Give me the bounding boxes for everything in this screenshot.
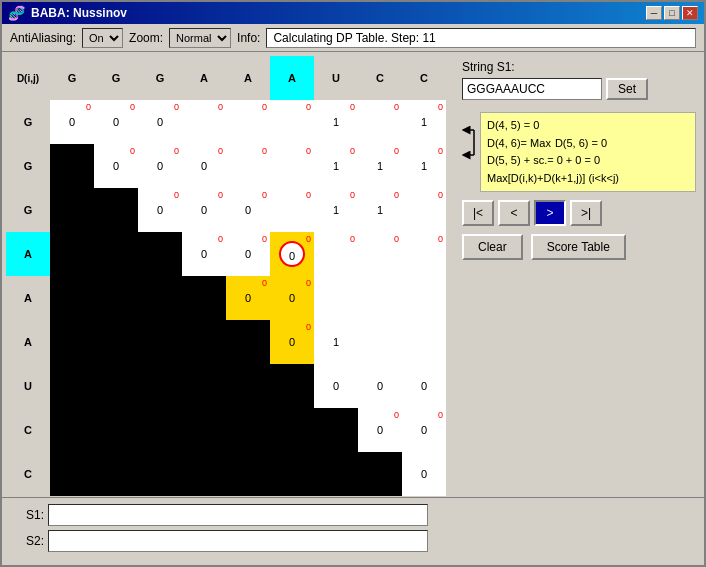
cell-8-black-7 — [358, 452, 402, 496]
cell-7-black-0 — [50, 408, 94, 452]
zoom-label: Zoom: — [129, 31, 163, 45]
bottom-row-s1: S1: — [14, 504, 692, 526]
s2-label: S2: — [14, 534, 44, 548]
cell-2-3: 00 — [182, 188, 226, 232]
cell-8-black-3 — [182, 452, 226, 496]
left-panel: D(i,j) G G G A A A U C C G 00 — [2, 52, 454, 497]
cell-6-black-3 — [182, 364, 226, 408]
cell-3-black-2 — [138, 232, 182, 276]
cell-0-2: 00 — [138, 100, 182, 144]
bottom-panel: S1: S2: — [2, 497, 704, 565]
cell-7-7: 00 — [358, 408, 402, 452]
cell-8-black-0 — [50, 452, 94, 496]
dp-matrix: D(i,j) G G G A A A U C C G 00 — [6, 56, 446, 496]
cell-5-black-3 — [182, 320, 226, 364]
string-input[interactable] — [462, 78, 602, 100]
cell-1-3: 00 — [182, 144, 226, 188]
row-header-0: G — [6, 100, 50, 144]
cell-0-3: 0 — [182, 100, 226, 144]
nav-first-button[interactable]: |< — [462, 200, 494, 226]
antialiasing-select[interactable]: On Off — [82, 28, 123, 48]
nav-prev-button[interactable]: < — [498, 200, 530, 226]
col-header-0: G — [50, 56, 94, 100]
cell-4-8 — [402, 276, 446, 320]
cell-7-black-6 — [314, 408, 358, 452]
cell-0-8: 01 — [402, 100, 446, 144]
annotation-line1: D(4, 5) = 0 — [487, 117, 689, 135]
cell-7-black-3 — [182, 408, 226, 452]
score-table-button[interactable]: Score Table — [531, 234, 626, 260]
cell-0-6: 01 — [314, 100, 358, 144]
corner-cell: D(i,j) — [6, 56, 50, 100]
col-header-2: G — [138, 56, 182, 100]
nav-next-button[interactable]: > — [534, 200, 566, 226]
cell-7-8: 00 — [402, 408, 446, 452]
cell-1-1: 00 — [94, 144, 138, 188]
cell-2-4: 00 — [226, 188, 270, 232]
row-5: A 00 1 — [6, 320, 446, 364]
title-bar-controls: ─ □ ✕ — [646, 6, 698, 20]
cell-6-6: 0 — [314, 364, 358, 408]
zoom-select[interactable]: Normal 2x 0.5x — [169, 28, 231, 48]
minimize-button[interactable]: ─ — [646, 6, 662, 20]
toolbar: AntiAliasing: On Off Zoom: Normal 2x 0.5… — [2, 24, 704, 52]
cell-0-5: 0 — [270, 100, 314, 144]
window-title: BABA: Nussinov — [31, 6, 127, 20]
cell-2-black-1 — [94, 188, 138, 232]
cell-5-5: 00 — [270, 320, 314, 364]
row-7: C 00 00 — [6, 408, 446, 452]
col-header-7: C — [358, 56, 402, 100]
cell-1-2: 00 — [138, 144, 182, 188]
row-header-3-highlighted: A — [6, 232, 50, 276]
cell-6-black-0 — [50, 364, 94, 408]
main-content: D(i,j) G G G A A A U C C G 00 — [2, 52, 704, 497]
cell-8-black-6 — [314, 452, 358, 496]
cell-7-black-1 — [94, 408, 138, 452]
cell-4-4: 00 — [226, 276, 270, 320]
cell-7-black-2 — [138, 408, 182, 452]
s2-input[interactable] — [48, 530, 428, 552]
cell-0-1: 00 — [94, 100, 138, 144]
cell-3-black-0 — [50, 232, 94, 276]
cell-3-6: 0 — [314, 232, 358, 276]
cell-3-8: 0 — [402, 232, 446, 276]
cell-2-6: 01 — [314, 188, 358, 232]
cell-2-7: 01 — [358, 188, 402, 232]
nav-last-button[interactable]: >| — [570, 200, 602, 226]
header-row: D(i,j) G G G A A A U C C — [6, 56, 446, 100]
cell-8-black-2 — [138, 452, 182, 496]
cell-1-4: 0 — [226, 144, 270, 188]
cell-2-black-0 — [50, 188, 94, 232]
s1-label: S1: — [14, 508, 44, 522]
cell-7-black-5 — [270, 408, 314, 452]
row-header-8: C — [6, 452, 50, 496]
cell-1-5: 0 — [270, 144, 314, 188]
cell-5-6: 1 — [314, 320, 358, 364]
clear-button[interactable]: Clear — [462, 234, 523, 260]
title-bar: 🧬 BABA: Nussinov ─ □ ✕ — [2, 2, 704, 24]
string-section: String S1: Set — [462, 60, 696, 100]
action-buttons: Clear Score Table — [462, 234, 696, 260]
row-header-7: C — [6, 408, 50, 452]
set-button[interactable]: Set — [606, 78, 648, 100]
cell-4-black-1 — [94, 276, 138, 320]
cell-4-7 — [358, 276, 402, 320]
cell-5-black-1 — [94, 320, 138, 364]
cell-2-5: 0 — [270, 188, 314, 232]
cell-5-7 — [358, 320, 402, 364]
string-input-row: Set — [462, 78, 696, 100]
cell-3-5-circle: 0 0 — [270, 232, 314, 276]
cell-2-8: 0 — [402, 188, 446, 232]
cell-4-6 — [314, 276, 358, 320]
cell-4-black-0 — [50, 276, 94, 320]
cell-6-black-5 — [270, 364, 314, 408]
cell-1-6: 01 — [314, 144, 358, 188]
row-2: G 00 00 00 0 01 01 0 — [6, 188, 446, 232]
annotation-box: D(4, 5) = 0 D(4, 6)= Max D(5, 6) = 0 D(5… — [480, 112, 696, 192]
maximize-button[interactable]: □ — [664, 6, 680, 20]
cell-0-0: 00 — [50, 100, 94, 144]
s1-input[interactable] — [48, 504, 428, 526]
col-header-3: A — [182, 56, 226, 100]
cell-3-3: 00 — [182, 232, 226, 276]
close-button[interactable]: ✕ — [682, 6, 698, 20]
